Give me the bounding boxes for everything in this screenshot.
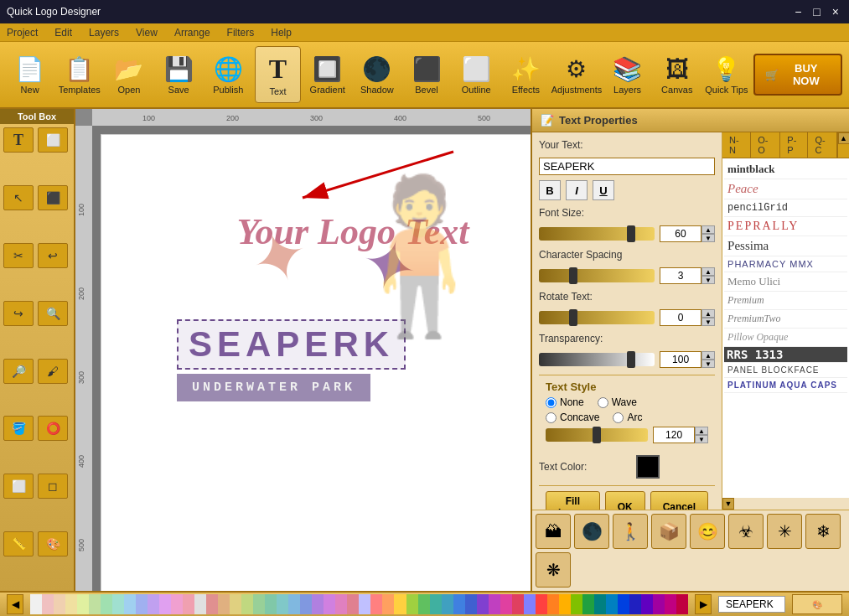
bucket-tool[interactable]: 🪣 <box>3 416 34 441</box>
style-value-thumb[interactable] <box>593 427 601 443</box>
style-arc-radio[interactable] <box>613 412 624 423</box>
font-item-mintblack[interactable]: mintblack <box>724 160 847 179</box>
palette-color[interactable] <box>171 594 183 614</box>
star-icon-btn[interactable]: ✳ <box>767 514 802 549</box>
transparency-down[interactable]: ▼ <box>701 360 715 368</box>
minimize-button[interactable]: − <box>791 5 805 18</box>
palette-color[interactable] <box>206 594 218 614</box>
style-value-input[interactable] <box>653 427 695 443</box>
new-button[interactable]: 📄 New <box>7 46 53 103</box>
font-size-down[interactable]: ▼ <box>701 234 715 242</box>
publish-button[interactable]: 🌐 Publish <box>205 46 251 103</box>
palette-color[interactable] <box>418 594 430 614</box>
palette-color[interactable] <box>30 594 42 614</box>
char-spacing-slider[interactable] <box>539 269 655 282</box>
palette-color[interactable] <box>512 594 524 614</box>
palette-color[interactable] <box>194 594 206 614</box>
menu-filters[interactable]: Filters <box>224 25 258 40</box>
font-item-pixel[interactable]: RRS 1313 <box>724 347 847 363</box>
style-value-slider[interactable] <box>546 428 648 442</box>
maximize-button[interactable]: □ <box>810 5 823 18</box>
palette-color[interactable] <box>477 594 489 614</box>
small-rect-tool[interactable]: ◻ <box>38 474 68 499</box>
palette-color[interactable] <box>335 594 347 614</box>
zoom-in-tool[interactable]: 🔍 <box>38 301 68 326</box>
moon-icon-btn[interactable]: 🌑 <box>574 514 609 549</box>
scissors-tool[interactable]: ✂ <box>3 243 34 268</box>
text-tool[interactable]: T <box>3 127 34 153</box>
quick-tips-button[interactable]: 💡 Quick Tips <box>703 46 749 103</box>
palette-color[interactable] <box>265 594 277 614</box>
font-item-panel[interactable]: PANEL BLOCKFACE <box>724 363 847 378</box>
style-concave-option[interactable]: Concave <box>546 412 599 423</box>
brush-tool[interactable]: 🖌 <box>38 359 68 384</box>
italic-button[interactable]: I <box>566 180 588 200</box>
cancel-button[interactable]: Cancel <box>650 491 708 510</box>
palette-color[interactable] <box>89 594 101 614</box>
palette-color[interactable] <box>536 594 547 614</box>
style-wave-option[interactable]: Wave <box>598 396 637 408</box>
palette-color[interactable] <box>571 594 582 614</box>
bevel-button[interactable]: ⬛ Bevel <box>403 46 449 103</box>
font-size-slider[interactable] <box>539 227 655 241</box>
palette-color[interactable] <box>430 594 442 614</box>
char-spacing-up[interactable]: ▲ <box>701 267 715 276</box>
font-item-platinum[interactable]: PLATINUM AQUA CAPS <box>724 378 847 393</box>
palette-color[interactable] <box>312 594 324 614</box>
palette-color[interactable] <box>42 594 54 614</box>
save-button[interactable]: 💾 Save <box>156 46 202 103</box>
your-text-input[interactable] <box>539 158 715 175</box>
rotate-input[interactable] <box>660 309 701 326</box>
menu-edit[interactable]: Edit <box>51 25 75 40</box>
bold-button[interactable]: B <box>539 180 561 200</box>
palette-color[interactable] <box>406 594 418 614</box>
palette-color[interactable] <box>124 594 136 614</box>
font-item-pillow[interactable]: Pillow Opaque <box>724 329 847 347</box>
font-size-thumb[interactable] <box>627 225 635 242</box>
font-tab-pp[interactable]: P-P <box>780 132 808 158</box>
char-spacing-input[interactable] <box>660 267 701 284</box>
close-button[interactable]: × <box>829 5 842 18</box>
palette-color[interactable] <box>77 594 89 614</box>
font-tab-oo[interactable]: O-O <box>751 132 780 158</box>
style-value-up[interactable]: ▲ <box>695 427 708 435</box>
font-tab-qc[interactable]: Q-C <box>808 132 837 158</box>
shadow-button[interactable]: 🌑 Shadow <box>354 46 400 103</box>
menu-layers[interactable]: Layers <box>85 25 122 40</box>
palette-scroll-right[interactable]: ▶ <box>695 594 712 614</box>
style-none-option[interactable]: None <box>546 396 584 408</box>
buy-now-button[interactable]: 🛒 BUY NOW <box>753 54 843 96</box>
palette-color[interactable] <box>65 594 77 614</box>
transparency-thumb[interactable] <box>627 351 635 368</box>
ruler-tool[interactable]: 📏 <box>3 531 34 556</box>
palette-color[interactable] <box>183 594 194 614</box>
palette-color[interactable] <box>559 594 571 614</box>
menu-view[interactable]: View <box>132 25 161 40</box>
palette-color[interactable] <box>582 594 594 614</box>
palette-color[interactable] <box>382 594 394 614</box>
palette-color[interactable] <box>253 594 265 614</box>
palette-color[interactable] <box>653 594 665 614</box>
palette-color[interactable] <box>288 594 300 614</box>
color-picker-tool[interactable]: 🎨 <box>38 531 68 556</box>
text-button[interactable]: T Text <box>255 46 301 103</box>
palette-color[interactable] <box>300 594 312 614</box>
seaperk-selected-text[interactable]: SEAPERK <box>177 319 406 370</box>
style-arc-option[interactable]: Arc <box>613 412 642 423</box>
style-concave-radio[interactable] <box>546 412 557 423</box>
palette-color[interactable] <box>347 594 359 614</box>
undo-tool[interactable]: ↩ <box>38 243 68 268</box>
palette-color[interactable] <box>148 594 159 614</box>
palette-color[interactable] <box>641 594 653 614</box>
palette-color[interactable] <box>159 594 171 614</box>
menu-arrange[interactable]: Arrange <box>171 25 214 40</box>
palette-color[interactable] <box>241 594 253 614</box>
canvas-content[interactable]: Your Logo Text ✦ ✦ SEAPERK Underwater Pa… <box>92 126 531 591</box>
palette-color[interactable] <box>453 594 465 614</box>
menu-project[interactable]: Project <box>3 25 41 40</box>
rotate-thumb[interactable] <box>569 309 577 326</box>
figure-icon-btn[interactable]: 🚶 <box>613 514 648 549</box>
font-size-input[interactable] <box>660 225 701 242</box>
rotate-slider[interactable] <box>539 311 655 324</box>
open-button[interactable]: 📂 Open <box>106 46 152 103</box>
